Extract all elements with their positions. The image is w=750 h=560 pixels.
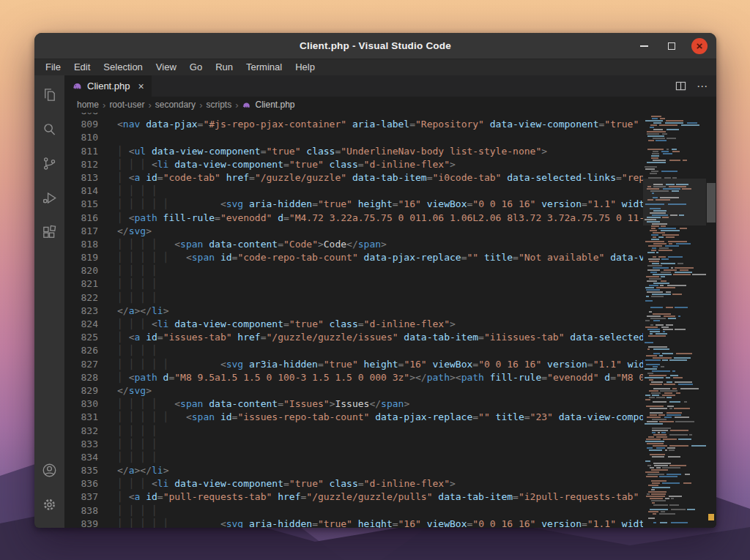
line-number[interactable]: 824: [64, 318, 117, 331]
code-line[interactable]: <nav data-pjax="#js-repo-pjax-container"…: [117, 118, 643, 131]
sidebar-item-search[interactable]: [34, 112, 64, 146]
code-line[interactable]: │ │ │ │ │ <svg aria-hidden="true" height…: [117, 198, 643, 211]
line-number[interactable]: 813: [64, 171, 117, 184]
menu-item-help[interactable]: Help: [289, 59, 322, 75]
scrollbar-handle[interactable]: [707, 183, 716, 223]
line-number[interactable]: 832: [64, 425, 117, 438]
code-line[interactable]: │ <path d="M8 9.5a1.5 1.5 0 100-3 1.5 1.…: [117, 371, 643, 384]
breadcrumb-root-user[interactable]: root-user: [109, 100, 144, 110]
sidebar-item-run-debug[interactable]: [34, 181, 64, 215]
minimap-slider[interactable]: [643, 179, 706, 225]
explorer-icon: [41, 86, 58, 103]
line-number[interactable]: 834: [64, 451, 117, 464]
code-line[interactable]: │ <a id="code-tab" href="/guzzle/guzzle"…: [117, 171, 643, 184]
line-number[interactable]: 830: [64, 397, 117, 411]
line-number[interactable]: 820: [64, 264, 117, 277]
line-number[interactable]: 835: [64, 464, 117, 477]
tab-close-icon[interactable]: ×: [138, 81, 144, 92]
sidebar-item-extensions[interactable]: [34, 215, 64, 250]
code-line[interactable]: │ <ul data-view-component="true" class="…: [117, 145, 643, 158]
minimap[interactable]: [643, 113, 706, 528]
sidebar-item-explorer[interactable]: [34, 78, 64, 112]
breadcrumb-secondary[interactable]: secondary: [155, 100, 196, 110]
line-number[interactable]: 817: [64, 225, 117, 238]
close-button[interactable]: ×: [691, 38, 708, 54]
code-line[interactable]: │ │ │ <li data-view-component="true" cla…: [117, 477, 643, 490]
more-actions-icon[interactable]: ⋯: [697, 81, 708, 92]
line-number[interactable]: 838: [64, 504, 117, 518]
code-line[interactable]: </svg>: [117, 225, 643, 238]
code-line[interactable]: │ │ │ <li data-view-component="true" cla…: [117, 318, 643, 331]
menu-item-view[interactable]: View: [149, 59, 183, 75]
code-line[interactable]: </svg>: [117, 384, 643, 397]
scrollbar[interactable]: [706, 113, 716, 528]
code-line[interactable]: │ │ │ │: [117, 504, 643, 518]
line-number[interactable]: 816: [64, 212, 117, 225]
code-line[interactable]: │ │ │ │: [117, 291, 643, 305]
line-number[interactable]: 811: [64, 145, 117, 158]
breadcrumb-file[interactable]: Client.php: [255, 100, 294, 110]
code-line[interactable]: │ │ │ │: [117, 184, 643, 198]
line-number[interactable]: 819: [64, 251, 117, 264]
code-line[interactable]: │ │ │ │: [117, 277, 643, 291]
code-line[interactable]: │ <a id="issues-tab" href="/guzzle/guzzl…: [117, 331, 643, 344]
activity-bar: [34, 75, 64, 528]
breadcrumb-scripts[interactable]: scripts: [206, 100, 231, 110]
editor[interactable]: 8088098108118128138148158168178188198208…: [64, 113, 716, 528]
line-number[interactable]: 812: [64, 158, 117, 171]
line-number[interactable]: 818: [64, 238, 117, 251]
breadcrumb-home[interactable]: home: [77, 100, 99, 110]
code-line[interactable]: │ │ │ │ │ <span id="code-repo-tab-count"…: [117, 251, 643, 264]
split-editor-icon[interactable]: [675, 81, 686, 92]
code-line[interactable]: │ │ │ │: [117, 425, 643, 438]
sidebar-item-settings[interactable]: [34, 488, 64, 522]
line-number[interactable]: 836: [64, 477, 117, 490]
menu-item-edit[interactable]: Edit: [67, 59, 97, 75]
line-number[interactable]: 822: [64, 291, 117, 305]
code-line[interactable]: │ │ │ │ <span data-content="Code">Code</…: [117, 238, 643, 251]
line-number[interactable]: 808: [64, 113, 117, 118]
line-number[interactable]: 828: [64, 371, 117, 384]
code-line[interactable]: </a></li>: [117, 464, 643, 477]
line-number[interactable]: 827: [64, 358, 117, 371]
code-line[interactable]: │ │ │ │ │ <svg aria-hidden="true" height…: [117, 518, 643, 528]
menu-item-file[interactable]: File: [39, 59, 67, 75]
code-line[interactable]: │ │ │ │: [117, 264, 643, 277]
code-line[interactable]: │ │ │ │: [117, 344, 643, 357]
line-number[interactable]: 833: [64, 438, 117, 451]
code-line[interactable]: │ │ │ <li data-view-component="true" cla…: [117, 158, 643, 171]
code-line[interactable]: │ <a id="pull-requests-tab" href="/guzzl…: [117, 490, 643, 504]
code-line[interactable]: [117, 113, 643, 118]
line-number[interactable]: 826: [64, 344, 117, 357]
maximize-button[interactable]: [664, 38, 680, 54]
code-line[interactable]: │ │ │ │ │ <span id="issues-repo-tab-coun…: [117, 411, 643, 424]
sidebar-item-accounts[interactable]: [34, 453, 64, 488]
line-number[interactable]: 839: [64, 518, 117, 528]
code-line[interactable]: │ │ │ │ <span data-content="Issues">Issu…: [117, 397, 643, 411]
code-line[interactable]: </a></li>: [117, 305, 643, 318]
code-line[interactable]: [117, 131, 643, 144]
line-number[interactable]: 823: [64, 305, 117, 318]
line-number[interactable]: 829: [64, 384, 117, 397]
line-number[interactable]: 837: [64, 490, 117, 504]
line-number[interactable]: 814: [64, 184, 117, 198]
window-title: Client.php - Visual Studio Code: [300, 40, 451, 51]
menu-item-selection[interactable]: Selection: [97, 59, 149, 75]
titlebar[interactable]: Client.php - Visual Studio Code ×: [34, 33, 716, 59]
menu-item-run[interactable]: Run: [209, 59, 240, 75]
code-line[interactable]: │ │ │ │: [117, 438, 643, 451]
line-number[interactable]: 815: [64, 198, 117, 211]
menu-item-terminal[interactable]: Terminal: [240, 59, 289, 75]
code-line[interactable]: │ │ │ │ │ <svg ar3ia-hidden="true" heigh…: [117, 358, 643, 371]
line-number[interactable]: 821: [64, 277, 117, 291]
tab-client-php[interactable]: Client.php ×: [64, 75, 152, 97]
menu-item-go[interactable]: Go: [183, 59, 209, 75]
line-number[interactable]: 831: [64, 411, 117, 424]
code-line[interactable]: │ <path fill-rule="evenodd" d="M4.72 3.2…: [117, 212, 643, 225]
code-line[interactable]: │ │ │ │: [117, 451, 643, 464]
minimize-button[interactable]: [636, 38, 652, 54]
line-number[interactable]: 809: [64, 118, 117, 131]
line-number[interactable]: 810: [64, 131, 117, 144]
line-number[interactable]: 825: [64, 331, 117, 344]
sidebar-item-source-control[interactable]: [34, 146, 64, 181]
